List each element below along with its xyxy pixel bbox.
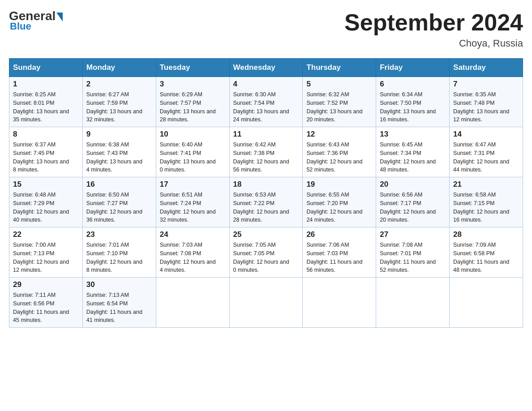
calendar-cell: 1Sunrise: 6:25 AMSunset: 8:01 PMDaylight…	[9, 77, 83, 127]
calendar-cell: 6Sunrise: 6:34 AMSunset: 7:50 PMDaylight…	[376, 77, 450, 127]
day-number: 10	[160, 130, 226, 139]
day-info: Sunrise: 6:34 AMSunset: 7:50 PMDaylight:…	[380, 90, 446, 124]
day-number: 18	[233, 180, 299, 189]
calendar-cell: 9Sunrise: 6:38 AMSunset: 7:43 PMDaylight…	[82, 127, 156, 177]
calendar-cell: 27Sunrise: 7:08 AMSunset: 7:01 PMDayligh…	[376, 227, 450, 278]
day-info: Sunrise: 7:13 AMSunset: 6:54 PMDaylight:…	[86, 291, 152, 325]
calendar-cell: 18Sunrise: 6:53 AMSunset: 7:22 PMDayligh…	[229, 177, 303, 227]
day-info: Sunrise: 7:03 AMSunset: 7:08 PMDaylight:…	[160, 241, 226, 274]
day-number: 28	[453, 230, 519, 239]
day-info: Sunrise: 6:50 AMSunset: 7:27 PMDaylight:…	[86, 191, 152, 224]
header-wednesday: Wednesday	[229, 59, 303, 77]
day-info: Sunrise: 6:51 AMSunset: 7:24 PMDaylight:…	[160, 191, 226, 224]
day-info: Sunrise: 7:09 AMSunset: 6:58 PMDaylight:…	[453, 241, 519, 274]
calendar-cell: 16Sunrise: 6:50 AMSunset: 7:27 PMDayligh…	[82, 177, 156, 227]
day-info: Sunrise: 6:37 AMSunset: 7:45 PMDaylight:…	[13, 141, 79, 174]
calendar-cell: 29Sunrise: 7:11 AMSunset: 6:56 PMDayligh…	[9, 278, 83, 328]
day-info: Sunrise: 7:01 AMSunset: 7:10 PMDaylight:…	[86, 241, 152, 274]
calendar-cell: 4Sunrise: 6:30 AMSunset: 7:54 PMDaylight…	[229, 77, 303, 127]
day-number: 4	[233, 80, 299, 89]
day-number: 16	[86, 180, 152, 189]
day-info: Sunrise: 6:38 AMSunset: 7:43 PMDaylight:…	[86, 141, 152, 174]
week-row-2: 8Sunrise: 6:37 AMSunset: 7:45 PMDaylight…	[9, 127, 523, 177]
day-info: Sunrise: 7:06 AMSunset: 7:03 PMDaylight:…	[306, 241, 372, 274]
calendar-cell: 11Sunrise: 6:42 AMSunset: 7:38 PMDayligh…	[229, 127, 303, 177]
day-info: Sunrise: 6:45 AMSunset: 7:34 PMDaylight:…	[380, 141, 446, 174]
logo: General Blue	[9, 9, 64, 32]
calendar-cell	[156, 278, 229, 328]
month-title: September 2024	[344, 9, 523, 36]
day-number: 5	[306, 80, 372, 89]
day-number: 7	[453, 80, 519, 89]
calendar-header-row: SundayMondayTuesdayWednesdayThursdayFrid…	[9, 59, 523, 77]
day-number: 3	[160, 80, 226, 89]
logo-arrow-icon	[56, 13, 63, 21]
calendar-cell: 8Sunrise: 6:37 AMSunset: 7:45 PMDaylight…	[9, 127, 83, 177]
calendar-cell	[376, 278, 450, 328]
day-number: 14	[453, 130, 519, 139]
day-info: Sunrise: 6:47 AMSunset: 7:31 PMDaylight:…	[453, 141, 519, 174]
day-number: 22	[13, 230, 79, 239]
day-number: 26	[306, 230, 372, 239]
calendar-cell: 24Sunrise: 7:03 AMSunset: 7:08 PMDayligh…	[156, 227, 229, 278]
day-number: 29	[13, 280, 79, 289]
day-number: 19	[306, 180, 372, 189]
day-info: Sunrise: 6:27 AMSunset: 7:59 PMDaylight:…	[86, 90, 152, 124]
week-row-4: 22Sunrise: 7:00 AMSunset: 7:13 PMDayligh…	[9, 227, 523, 278]
day-number: 13	[380, 130, 446, 139]
day-info: Sunrise: 6:30 AMSunset: 7:54 PMDaylight:…	[233, 90, 299, 124]
day-number: 23	[86, 230, 152, 239]
week-row-3: 15Sunrise: 6:48 AMSunset: 7:29 PMDayligh…	[9, 177, 523, 227]
day-info: Sunrise: 6:25 AMSunset: 8:01 PMDaylight:…	[13, 90, 79, 124]
day-number: 27	[380, 230, 446, 239]
calendar-cell: 14Sunrise: 6:47 AMSunset: 7:31 PMDayligh…	[450, 127, 523, 177]
day-info: Sunrise: 6:35 AMSunset: 7:48 PMDaylight:…	[453, 90, 519, 124]
day-info: Sunrise: 6:55 AMSunset: 7:20 PMDaylight:…	[306, 191, 372, 224]
day-number: 25	[233, 230, 299, 239]
day-number: 17	[160, 180, 226, 189]
calendar-cell: 15Sunrise: 6:48 AMSunset: 7:29 PMDayligh…	[9, 177, 83, 227]
calendar-cell: 22Sunrise: 7:00 AMSunset: 7:13 PMDayligh…	[9, 227, 83, 278]
day-number: 2	[86, 80, 152, 89]
day-number: 12	[306, 130, 372, 139]
day-number: 9	[86, 130, 152, 139]
week-row-5: 29Sunrise: 7:11 AMSunset: 6:56 PMDayligh…	[9, 278, 523, 328]
calendar-cell: 21Sunrise: 6:58 AMSunset: 7:15 PMDayligh…	[450, 177, 523, 227]
calendar-cell	[450, 278, 523, 328]
calendar-cell: 3Sunrise: 6:29 AMSunset: 7:57 PMDaylight…	[156, 77, 229, 127]
calendar-cell: 10Sunrise: 6:40 AMSunset: 7:41 PMDayligh…	[156, 127, 229, 177]
calendar-cell: 2Sunrise: 6:27 AMSunset: 7:59 PMDaylight…	[82, 77, 156, 127]
page-header: General Blue September 2024 Choya, Russi…	[9, 9, 523, 49]
day-info: Sunrise: 6:40 AMSunset: 7:41 PMDaylight:…	[160, 141, 226, 174]
calendar-cell: 12Sunrise: 6:43 AMSunset: 7:36 PMDayligh…	[303, 127, 376, 177]
calendar-table: SundayMondayTuesdayWednesdayThursdayFrid…	[9, 58, 523, 328]
calendar-cell: 13Sunrise: 6:45 AMSunset: 7:34 PMDayligh…	[376, 127, 450, 177]
day-info: Sunrise: 6:48 AMSunset: 7:29 PMDaylight:…	[13, 191, 79, 224]
day-info: Sunrise: 6:53 AMSunset: 7:22 PMDaylight:…	[233, 191, 299, 224]
day-number: 8	[13, 130, 79, 139]
day-info: Sunrise: 6:32 AMSunset: 7:52 PMDaylight:…	[306, 90, 372, 124]
calendar-cell: 28Sunrise: 7:09 AMSunset: 6:58 PMDayligh…	[450, 227, 523, 278]
day-info: Sunrise: 7:11 AMSunset: 6:56 PMDaylight:…	[13, 291, 79, 325]
day-info: Sunrise: 6:56 AMSunset: 7:17 PMDaylight:…	[380, 191, 446, 224]
day-info: Sunrise: 7:05 AMSunset: 7:05 PMDaylight:…	[233, 241, 299, 274]
day-number: 20	[380, 180, 446, 189]
day-number: 30	[86, 280, 152, 289]
day-number: 1	[13, 80, 79, 89]
day-info: Sunrise: 6:58 AMSunset: 7:15 PMDaylight:…	[453, 191, 519, 224]
day-info: Sunrise: 7:08 AMSunset: 7:01 PMDaylight:…	[380, 241, 446, 274]
calendar-cell: 19Sunrise: 6:55 AMSunset: 7:20 PMDayligh…	[303, 177, 376, 227]
day-info: Sunrise: 6:42 AMSunset: 7:38 PMDaylight:…	[233, 141, 299, 174]
day-number: 24	[160, 230, 226, 239]
day-number: 21	[453, 180, 519, 189]
title-block: September 2024 Choya, Russia	[344, 9, 523, 49]
week-row-1: 1Sunrise: 6:25 AMSunset: 8:01 PMDaylight…	[9, 77, 523, 127]
location-text: Choya, Russia	[344, 38, 523, 49]
calendar-cell: 25Sunrise: 7:05 AMSunset: 7:05 PMDayligh…	[229, 227, 303, 278]
header-monday: Monday	[82, 59, 156, 77]
calendar-cell: 5Sunrise: 6:32 AMSunset: 7:52 PMDaylight…	[303, 77, 376, 127]
header-friday: Friday	[376, 59, 450, 77]
day-number: 6	[380, 80, 446, 89]
day-info: Sunrise: 7:00 AMSunset: 7:13 PMDaylight:…	[13, 241, 79, 274]
header-sunday: Sunday	[9, 59, 83, 77]
